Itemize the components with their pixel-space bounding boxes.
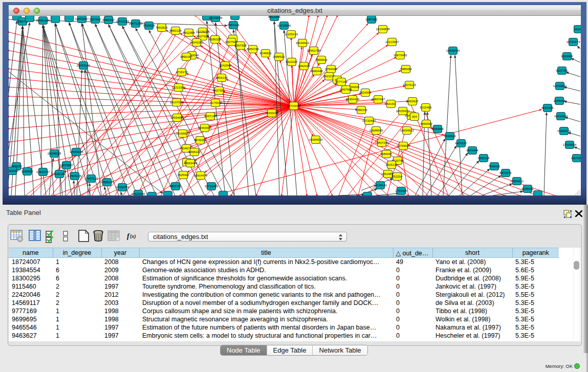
svg-text:6466160: 6466160 [102,18,115,21]
svg-text:3624554: 3624554 [359,91,372,94]
svg-text:8878352: 8878352 [194,139,206,142]
svg-text:1362615: 1362615 [298,64,310,68]
svg-text:12093822: 12093822 [553,84,567,87]
svg-text:17359928: 17359928 [70,150,83,154]
svg-text:9327506: 9327506 [197,35,209,38]
svg-text:8813054: 8813054 [268,16,280,18]
svg-text:7955812: 7955812 [315,58,328,61]
svg-text:5938923: 5938923 [444,135,456,138]
svg-text:9699695: 9699695 [420,122,432,125]
svg-text:9329966: 9329966 [561,55,573,58]
svg-text:9227342: 9227342 [556,69,568,72]
svg-text:40993489: 40993489 [184,162,198,165]
svg-text:1615132: 1615132 [385,163,398,166]
svg-text:19166827: 19166827 [176,132,190,135]
svg-text:8990448: 8990448 [311,70,323,73]
svg-text:9777169: 9777169 [335,80,347,83]
svg-text:2718176: 2718176 [176,71,188,74]
svg-text:15692971: 15692971 [557,129,571,133]
svg-text:8215955: 8215955 [541,106,554,110]
svg-text:9457791: 9457791 [169,185,182,188]
svg-text:10653267: 10653267 [75,17,89,20]
svg-text:252254: 252254 [392,175,403,178]
svg-text:10756928: 10756928 [397,144,410,147]
svg-text:1527602: 1527602 [89,18,101,21]
svg-text:9146821: 9146821 [259,52,272,55]
svg-text:16671355: 16671355 [129,22,143,25]
svg-text:7663822: 7663822 [156,26,168,29]
svg-text:9890157: 9890157 [180,55,192,58]
svg-text:16648784: 16648784 [446,49,460,52]
svg-text:19654923: 19654923 [400,129,414,132]
svg-text:11923468: 11923468 [132,192,145,195]
svg-text:10688609: 10688609 [369,129,383,132]
svg-text:16210643: 16210643 [554,115,568,118]
svg-text:16154838: 16154838 [376,28,390,31]
svg-text:16033809: 16033809 [209,16,223,19]
svg-text:16914479: 16914479 [194,174,208,177]
svg-text:8427552: 8427552 [213,89,225,92]
svg-text:20691406: 20691406 [36,19,50,22]
svg-text:8267130: 8267130 [204,115,216,118]
svg-text:7625402: 7625402 [177,173,189,177]
svg-text:12975115: 12975115 [403,83,417,86]
svg-text:15751074: 15751074 [567,40,580,43]
svg-text:9860124: 9860124 [169,29,182,32]
svg-text:19975867: 19975867 [60,164,74,167]
svg-text:62160: 62160 [387,102,396,105]
svg-text:9474444: 9474444 [466,149,478,152]
svg-text:2087682: 2087682 [365,18,378,21]
svg-text:12213363: 12213363 [172,86,186,89]
svg-text:9084067: 9084067 [380,152,393,156]
svg-text:7515526: 7515526 [143,24,155,27]
svg-text:1588520: 1588520 [273,55,285,58]
svg-text:1733426: 1733426 [395,189,407,192]
svg-text:12942757: 12942757 [36,170,50,173]
svg-text:10958107: 10958107 [100,181,114,184]
svg-text:6497568: 6497568 [340,88,352,91]
svg-text:14136141: 14136141 [374,184,387,187]
svg-text:12213967: 12213967 [385,40,399,43]
svg-text:29053346: 29053346 [77,64,91,67]
svg-text:10719155: 10719155 [116,20,129,23]
svg-text:2803144: 2803144 [215,76,228,79]
svg-text:18107553: 18107553 [170,101,184,104]
svg-text:7485063: 7485063 [400,68,412,71]
svg-text:19218506: 19218506 [277,24,291,27]
svg-text:11124: 11124 [574,28,581,31]
svg-text:18300295: 18300295 [265,112,279,115]
svg-text:9245652: 9245652 [521,187,534,190]
svg-text:5322037: 5322037 [286,60,298,63]
svg-text:8471676: 8471676 [499,171,512,174]
svg-text:7386372: 7386372 [355,108,367,112]
svg-text:904: 904 [412,115,418,118]
svg-text:12505135: 12505135 [68,174,82,178]
svg-text:10973493: 10973493 [394,54,407,57]
svg-text:9463627: 9463627 [406,100,419,103]
svg-text:16782759: 16782759 [116,186,129,189]
svg-text:12353594: 12353594 [198,126,212,129]
svg-text:2935114: 2935114 [478,157,490,160]
svg-text:8454749: 8454749 [247,48,259,51]
svg-text:6479197: 6479197 [455,142,467,145]
svg-text:(x): (x) [130,233,136,239]
svg-text:2367608: 2367608 [234,44,247,47]
svg-text:7632621: 7632621 [488,165,500,168]
svg-text:19384554: 19384554 [309,138,323,141]
svg-text:15716485: 15716485 [205,185,219,188]
svg-text:20364436: 20364436 [346,98,360,101]
svg-text:10807467: 10807467 [372,98,385,101]
svg-text:7357224: 7357224 [227,24,239,27]
svg-text:17016504: 17016504 [563,143,577,146]
svg-text:1244419: 1244419 [553,99,565,102]
svg-text:17957225: 17957225 [84,177,98,180]
svg-text:9915919: 9915919 [9,169,18,172]
svg-text:16543382: 16543382 [190,41,204,44]
svg-text:1145194: 1145194 [54,172,66,176]
svg-text:9794028: 9794028 [325,68,337,71]
svg-text:417004: 417004 [210,101,221,104]
svg-text:18724007: 18724007 [287,104,301,107]
svg-text:8912954: 8912954 [183,31,195,34]
svg-text:9115460: 9115460 [420,106,432,109]
svg-text:11325419: 11325419 [285,33,298,36]
